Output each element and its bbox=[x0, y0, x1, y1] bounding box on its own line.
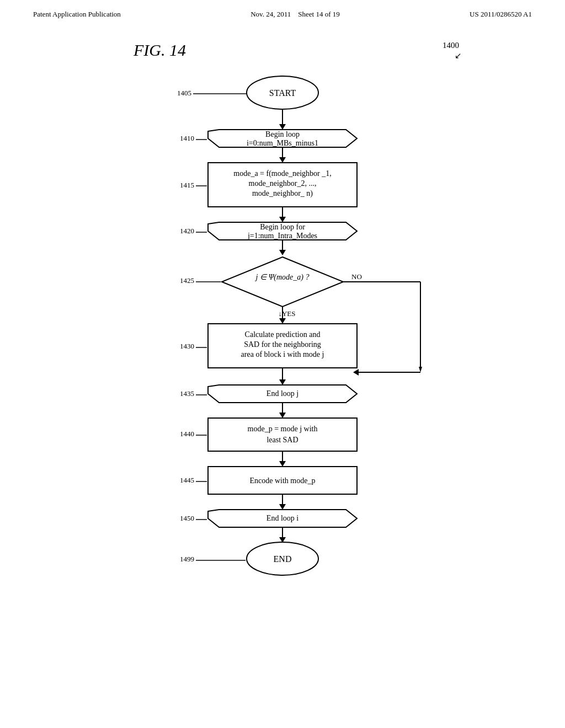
svg-text:area of block i with mode j: area of block i with mode j bbox=[241, 350, 324, 358]
figure-ref-number: 1400 bbox=[443, 41, 459, 50]
svg-text:1435: 1435 bbox=[180, 389, 194, 398]
svg-text:Begin loop for: Begin loop for bbox=[260, 223, 305, 231]
svg-text:Begin loop: Begin loop bbox=[265, 130, 300, 138]
svg-text:least SAD: least SAD bbox=[266, 436, 298, 444]
svg-text:mode_p = mode j with: mode_p = mode j with bbox=[248, 425, 318, 433]
svg-marker-44 bbox=[353, 369, 359, 376]
svg-text:NO: NO bbox=[351, 272, 362, 281]
svg-text:1415: 1415 bbox=[180, 181, 194, 189]
svg-text:START: START bbox=[269, 88, 296, 98]
header-center: Nov. 24, 2011 Sheet 14 of 19 bbox=[250, 10, 340, 19]
svg-marker-64 bbox=[279, 504, 286, 510]
svg-marker-34 bbox=[419, 367, 422, 372]
flowchart-svg: START 1405 Begin loop i=0:num_MBs_minus1… bbox=[89, 62, 476, 713]
svg-marker-51 bbox=[279, 413, 286, 418]
svg-text:1420: 1420 bbox=[180, 227, 194, 235]
svg-text:mode_a = f(mode_neighbor _1,: mode_a = f(mode_neighbor _1, bbox=[233, 169, 331, 178]
svg-rect-52 bbox=[208, 418, 357, 451]
svg-text:Calculate prediction and: Calculate prediction and bbox=[245, 330, 321, 339]
svg-text:1405: 1405 bbox=[177, 89, 191, 97]
svg-text:End loop i: End loop i bbox=[266, 514, 299, 522]
figure-title: FIG. 14 bbox=[134, 41, 186, 60]
svg-marker-19 bbox=[279, 217, 286, 222]
svg-text:End loop j: End loop j bbox=[266, 389, 299, 398]
svg-text:1499: 1499 bbox=[180, 555, 194, 563]
header-left: Patent Application Publication bbox=[33, 10, 121, 19]
header-date: Nov. 24, 2011 bbox=[250, 10, 291, 18]
svg-marker-46 bbox=[279, 379, 286, 385]
diagram-container: FIG. 14 1400 ↙ START 1405 Begin loop i=0… bbox=[0, 24, 565, 715]
svg-text:1445: 1445 bbox=[180, 476, 194, 484]
svg-text:1430: 1430 bbox=[180, 342, 194, 350]
header-sheet: Sheet 14 of 19 bbox=[298, 10, 339, 18]
svg-text:1425: 1425 bbox=[180, 276, 194, 285]
svg-text:mode_neighbor_ n): mode_neighbor_ n) bbox=[252, 189, 313, 198]
svg-text:1450: 1450 bbox=[180, 514, 194, 522]
svg-text:Encode with mode_p: Encode with mode_p bbox=[250, 477, 316, 485]
svg-marker-58 bbox=[279, 461, 286, 467]
header-right: US 2011/0286520 A1 bbox=[470, 10, 532, 19]
flowchart: START 1405 Begin loop i=0:num_MBs_minus1… bbox=[89, 62, 476, 715]
svg-text:1410: 1410 bbox=[180, 134, 194, 142]
svg-text:1440: 1440 bbox=[180, 430, 194, 438]
svg-text:END: END bbox=[274, 554, 292, 564]
svg-marker-11 bbox=[279, 157, 286, 163]
svg-text:↓YES: ↓YES bbox=[278, 309, 295, 318]
svg-text:j ∈ Ψ(mode_a) ?: j ∈ Ψ(mode_a) ? bbox=[255, 273, 310, 282]
svg-marker-5 bbox=[279, 124, 286, 130]
svg-marker-36 bbox=[279, 318, 286, 324]
svg-text:i=0:num_MBs_minus1: i=0:num_MBs_minus1 bbox=[247, 139, 318, 147]
svg-text:j=1:num_Intra_Modes: j=1:num_Intra_Modes bbox=[247, 232, 317, 240]
svg-text:mode_neighbor_2, ...,: mode_neighbor_2, ..., bbox=[249, 179, 317, 188]
svg-text:SAD for the neighboring: SAD for the neighboring bbox=[244, 340, 321, 349]
svg-marker-25 bbox=[279, 250, 286, 255]
svg-marker-26 bbox=[222, 257, 343, 307]
page-header: Patent Application Publication Nov. 24, … bbox=[0, 0, 565, 24]
